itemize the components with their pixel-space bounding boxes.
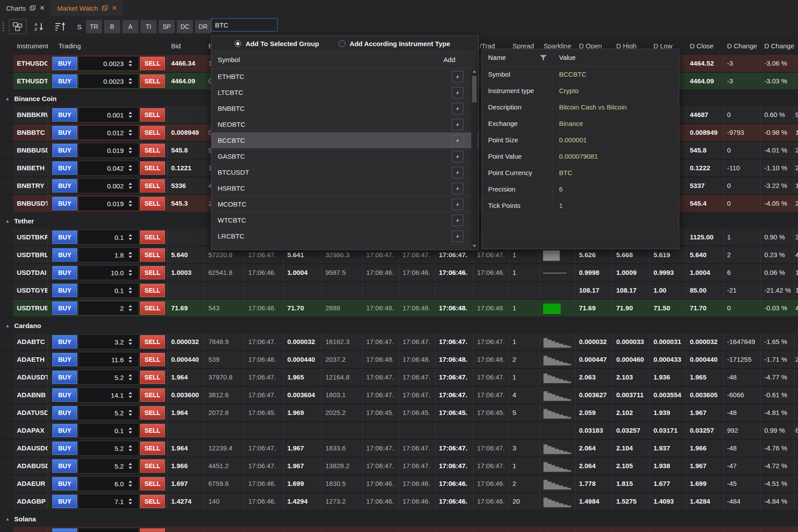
symbol-list-item-ethbtc[interactable]: ETHBTC+ [211,69,478,85]
step-up-icon[interactable] [129,305,132,307]
step-down-icon[interactable] [129,502,132,505]
toolbar-button-tr[interactable]: TR [86,20,102,33]
step-down-icon[interactable] [129,151,132,153]
column-header-d-close[interactable]: D Close [686,37,724,55]
sell-button[interactable]: SELL [140,424,165,437]
step-down-icon[interactable] [129,414,132,416]
add-symbol-button[interactable]: + [452,167,463,178]
add-symbol-button[interactable]: + [452,119,463,130]
buy-button[interactable]: BUY [52,301,77,315]
market-row-usdtgyen[interactable]: USDTGYENBUYSELL108.17108.171.0085.00-21-… [0,282,798,300]
column-header-edge[interactable] [794,37,798,55]
step-up-icon[interactable] [129,252,132,254]
step-up-icon[interactable] [129,165,132,167]
toolbar-button-dc[interactable]: DC [177,20,193,33]
add-symbol-button[interactable]: + [452,183,463,194]
market-row-solbnb[interactable]: SOLBNBBUYSELL0.433121.1417:06:48.0.43361… [0,527,798,532]
step-down-icon[interactable] [129,431,132,434]
sell-button[interactable]: SELL [140,266,165,279]
quantity-input[interactable] [79,498,124,505]
filter-funnel-icon[interactable] [540,55,547,61]
symbol-list-item-ltcbtc[interactable]: LTCBTC+ [211,85,478,101]
buy-button[interactable]: BUY [52,424,77,437]
add-symbol-button[interactable]: + [452,215,463,226]
toolbar-button-sp[interactable]: SP [159,20,175,33]
sort-az-icon[interactable]: AZ [31,20,48,34]
toolbar-button-b[interactable]: B [104,20,120,33]
toolbar-button-a[interactable]: A [122,20,138,33]
symbol-list-scrollbar[interactable] [471,69,477,249]
market-row-adagbp[interactable]: ADAGBPBUYSELL1.427414017:06:46.1.4294127… [0,493,798,511]
sell-button[interactable]: SELL [140,477,165,490]
buy-button[interactable]: BUY [52,248,77,262]
quantity-input[interactable] [79,356,124,364]
buy-button[interactable]: BUY [52,126,77,139]
radio-add-to-selected-group[interactable]: Add To Selected Group [235,40,319,47]
step-up-icon[interactable] [129,200,132,203]
step-down-icon[interactable] [129,485,132,487]
step-up-icon[interactable] [129,60,132,63]
quantity-input[interactable] [79,251,124,259]
step-up-icon[interactable] [129,445,132,447]
scroll-down-icon[interactable] [473,245,476,247]
column-header-bid[interactable]: Bid [168,37,205,55]
quantity-input[interactable] [79,164,124,172]
radio-unselected-icon[interactable] [339,40,345,47]
sell-button[interactable]: SELL [140,528,165,532]
step-up-icon[interactable] [129,410,132,412]
market-row-adabusd[interactable]: ADABUSDBUYSELL1.9664451.217:06:47.1.9671… [0,458,798,475]
buy-button[interactable]: BUY [52,57,77,70]
step-up-icon[interactable] [129,392,132,394]
quantity-input[interactable] [79,182,124,190]
close-tab-icon[interactable]: ✕ [112,4,117,12]
sell-button[interactable]: SELL [140,442,165,455]
sell-button[interactable]: SELL [140,459,165,473]
market-row-adaeur[interactable]: ADAEURBUYSELL1.6976759.617:06:46.1.69918… [0,475,798,493]
add-symbol-button[interactable]: + [452,199,463,210]
symbol-tree-icon[interactable] [9,19,27,34]
add-symbol-button[interactable]: + [452,231,463,242]
step-up-icon[interactable] [129,498,132,501]
market-row-adabnb[interactable]: ADABNBBUYSELL0.0036003812.617:06:47.0.00… [0,387,798,404]
add-symbol-button[interactable]: + [452,151,463,162]
collapse-group-icon[interactable]: ▲ [5,323,10,328]
symbol-list-item-hsrbtc[interactable]: HSRBTC+ [211,180,478,196]
quantity-input[interactable] [79,269,124,277]
quantity-input[interactable] [79,305,124,312]
buy-button[interactable]: BUY [52,495,77,508]
sell-button[interactable]: SELL [140,144,165,157]
restore-window-icon[interactable] [102,5,108,11]
quantity-input[interactable] [79,391,124,399]
restore-window-icon[interactable] [30,5,35,11]
buy-button[interactable]: BUY [52,231,77,244]
symbol-list-item-neobtc[interactable]: NEOBTC+ [211,117,478,133]
quantity-input[interactable] [79,338,124,346]
toolbar-button-ti[interactable]: TI [141,20,156,33]
column-header-gutter[interactable] [0,37,13,55]
add-symbol-button[interactable]: + [452,87,463,98]
step-down-icon[interactable] [129,256,132,258]
buy-button[interactable]: BUY [52,353,77,366]
toolbar-button-dr[interactable]: DR [195,20,211,33]
step-down-icon[interactable] [129,396,132,398]
step-up-icon[interactable] [129,374,132,376]
tab-charts[interactable]: Charts ✕ [0,0,51,16]
step-up-icon[interactable] [129,129,132,132]
column-header-trading[interactable]: Trading [48,37,168,55]
step-up-icon[interactable] [129,356,132,359]
step-down-icon[interactable] [129,116,132,118]
step-down-icon[interactable] [129,343,132,345]
scroll-up-icon[interactable] [473,70,476,73]
step-down-icon[interactable] [129,133,132,136]
step-down-icon[interactable] [129,274,132,276]
step-down-icon[interactable] [129,360,132,363]
market-row-adabtc[interactable]: ADABTCBUYSELL0.0000327848.917:06:47.0.00… [0,333,798,351]
sell-button[interactable]: SELL [140,57,165,70]
sell-button[interactable]: SELL [140,335,165,348]
buy-button[interactable]: BUY [52,406,77,419]
radio-selected-icon[interactable] [235,40,241,47]
step-down-icon[interactable] [129,378,132,380]
collapse-group-icon[interactable]: ▲ [5,96,10,101]
buy-button[interactable]: BUY [52,74,77,88]
symbol-list-item-lrcbtc[interactable]: LRCBTC+ [211,228,478,244]
